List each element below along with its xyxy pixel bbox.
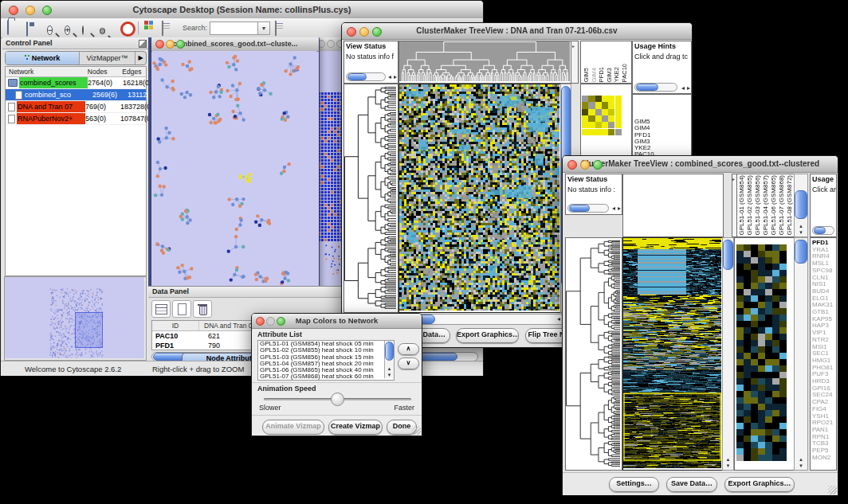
- matrix-cell[interactable]: [588, 102, 595, 108]
- network-list-row[interactable]: combined_scores2764(0)16218(0): [6, 77, 146, 89]
- dialog-title-bar[interactable]: Map Colors to Network: [252, 314, 422, 329]
- heatmap-vscrollbar[interactable]: ▴ ▾: [722, 237, 734, 471]
- network-window[interactable]: combined_scores_good.txt--cluste...: [151, 37, 320, 291]
- resize-grip[interactable]: [412, 426, 421, 435]
- matrix-cell[interactable]: [602, 102, 608, 108]
- animate-vizmap-button[interactable]: Animate Vizmap: [262, 420, 324, 435]
- matrix-cell[interactable]: [588, 129, 595, 135]
- trash-icon[interactable]: [193, 300, 212, 318]
- scroll-right-icon[interactable]: ▸: [394, 72, 397, 82]
- save-data-button[interactable]: Save Data…: [666, 477, 717, 492]
- scroll-left-icon[interactable]: ◂: [557, 315, 560, 324]
- network-canvas[interactable]: [152, 51, 316, 287]
- move-up-button[interactable]: ∧: [398, 343, 419, 355]
- scroll-left-icon[interactable]: ◂: [388, 72, 391, 82]
- minimize-icon[interactable]: [580, 160, 590, 170]
- search-input[interactable]: [210, 21, 261, 35]
- close-icon[interactable]: [256, 317, 265, 326]
- minimize-icon[interactable]: [26, 6, 35, 15]
- matrix-cell[interactable]: [602, 115, 608, 122]
- matrix-cell[interactable]: [615, 122, 622, 128]
- settings-button[interactable]: Settings…: [609, 477, 659, 492]
- zoom-heatmap-panel[interactable]: [734, 237, 795, 471]
- float-panel-icon[interactable]: [139, 40, 147, 48]
- matrix-cell[interactable]: [602, 109, 608, 115]
- matrix-cell[interactable]: [588, 96, 595, 102]
- edit-doc-icon[interactable]: [275, 21, 289, 33]
- zoom-in-icon[interactable]: +: [65, 21, 79, 33]
- attribute-list[interactable]: GPL51-01 (GSM854) heat shock 05 minGPL51…: [257, 340, 395, 381]
- vizmapper-icon[interactable]: [144, 21, 159, 33]
- matrix-cell[interactable]: [582, 109, 588, 115]
- zoom-window-icon[interactable]: [42, 6, 52, 15]
- scroll-up-icon[interactable]: ▴: [385, 365, 394, 372]
- attribute-list-vscrollbar[interactable]: ▴ ▾: [384, 341, 394, 378]
- export-graphics-button[interactable]: Export Graphics…: [724, 477, 795, 492]
- matrix-cell[interactable]: [602, 129, 608, 135]
- column-dendrogram[interactable]: [398, 41, 572, 84]
- save-icon[interactable]: [26, 21, 41, 33]
- search-dropdown-icon[interactable]: ▼: [257, 21, 270, 35]
- matrix-cell[interactable]: [582, 102, 588, 108]
- matrix-cell[interactable]: [615, 115, 622, 122]
- global-heatmap[interactable]: [398, 84, 562, 313]
- close-icon[interactable]: [9, 6, 18, 15]
- scroll-up-icon[interactable]: ▴: [723, 456, 733, 463]
- matrix-cell[interactable]: [595, 129, 602, 135]
- network-list-row[interactable]: combined_sco2569(6)13112(15): [6, 89, 146, 101]
- matrix-cell[interactable]: [608, 109, 614, 115]
- scroll-left-icon[interactable]: ◂: [612, 204, 615, 213]
- column-labels-vscrollbar[interactable]: ▴ ▾: [794, 174, 808, 237]
- zoom-window-icon[interactable]: [176, 40, 185, 49]
- tabs-overflow-icon[interactable]: ▶: [135, 52, 146, 64]
- network-list-row[interactable]: RNAPuberNov2+563(0)107847(0): [6, 113, 146, 125]
- matrix-cell[interactable]: [608, 96, 614, 102]
- matrix-cell[interactable]: [608, 122, 614, 128]
- tree-splitter[interactable]: ▸: [571, 41, 579, 84]
- matrix-cell[interactable]: [595, 115, 602, 122]
- minimize-icon[interactable]: [266, 317, 275, 326]
- matrix-cell[interactable]: [615, 109, 622, 115]
- zoom-fit-icon[interactable]: ⊡: [100, 21, 114, 33]
- row-dendrogram[interactable]: [565, 237, 622, 471]
- scroll-down-icon[interactable]: ▾: [795, 229, 807, 236]
- close-icon[interactable]: [567, 160, 577, 170]
- matrix-cell[interactable]: [608, 115, 614, 122]
- new-doc-icon[interactable]: [172, 300, 191, 318]
- scroll-right-icon[interactable]: ▸: [687, 84, 690, 93]
- export-graphics-button[interactable]: Export Graphics…: [456, 328, 519, 343]
- close-icon[interactable]: [155, 40, 164, 49]
- matrix-cell[interactable]: [588, 122, 595, 128]
- matrix-cell[interactable]: [602, 122, 608, 128]
- usage-hints-scrollbar[interactable]: [634, 83, 677, 92]
- close-icon[interactable]: [347, 27, 356, 37]
- annotation-icon[interactable]: [162, 21, 176, 33]
- tab-network[interactable]: Network: [6, 52, 80, 64]
- resize-grip[interactable]: [828, 486, 837, 494]
- scroll-left-icon[interactable]: ◂: [681, 84, 685, 93]
- view-status-scrollbar[interactable]: [346, 72, 386, 81]
- main-title-bar[interactable]: Cytoscape Desktop (Session Name: collins…: [1, 1, 483, 19]
- scroll-up-icon[interactable]: ▴: [795, 456, 807, 463]
- matrix-cell[interactable]: [582, 115, 588, 122]
- matrix-cell[interactable]: [608, 129, 614, 135]
- global-heatmap[interactable]: [622, 237, 724, 471]
- expand-right-icon[interactable]: ▸: [572, 43, 575, 49]
- speed-slider-thumb[interactable]: [331, 393, 344, 406]
- matrix-cell[interactable]: [595, 122, 602, 128]
- minimize-icon[interactable]: [359, 27, 369, 37]
- zoom-vscrollbar[interactable]: ▴ ▾: [794, 237, 808, 471]
- matrix-cell[interactable]: [615, 102, 622, 108]
- scroll-down-icon[interactable]: ▾: [723, 463, 733, 469]
- treeview2-title-bar[interactable]: ClusterMaker TreeView : combined_scores_…: [563, 156, 838, 173]
- matrix-cell[interactable]: [595, 102, 602, 108]
- correlation-matrix[interactable]: [582, 96, 622, 135]
- zoom-window-icon[interactable]: [372, 27, 382, 37]
- matrix-cell[interactable]: [602, 96, 608, 102]
- matrix-cell[interactable]: [582, 129, 588, 135]
- heatmap-hscrollbar[interactable]: ◂ ▸: [399, 314, 568, 325]
- view-status-scrollbar[interactable]: [567, 204, 609, 213]
- table-icon[interactable]: [151, 300, 171, 318]
- matrix-cell[interactable]: [595, 109, 602, 115]
- row-dendrogram[interactable]: [344, 84, 398, 313]
